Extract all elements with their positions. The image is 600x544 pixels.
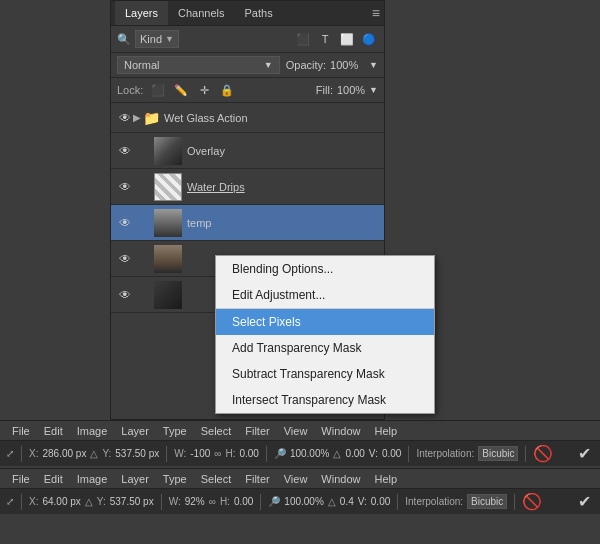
thumb-overlay [154,137,182,165]
panel-tabs: Layers Channels Paths ≡ [111,1,384,26]
menu-help-2[interactable]: Help [368,472,403,486]
confirm-btn-2[interactable]: ✔ [574,492,594,512]
h-label-2: H: [220,496,230,507]
y-value-2[interactable]: 537.50 px [110,496,154,507]
menu-view-1[interactable]: View [278,424,314,438]
angle-icon-1: △ [333,448,341,459]
angle-value-1[interactable]: 0.00 [345,448,364,459]
cancel-btn-2[interactable]: 🚫 [522,492,542,512]
shape-filter-icon[interactable]: 🔵 [360,30,378,48]
w-value-1[interactable]: -100 [190,448,210,459]
tab-channels[interactable]: Channels [168,1,234,25]
thumb-5 [154,245,182,273]
lock-transparent-icon[interactable]: ⬛ [149,81,167,99]
thumb-water-drips [154,173,182,201]
context-select-pixels[interactable]: Select Pixels [216,309,434,335]
type-filter-icon[interactable]: ⬜ [338,30,356,48]
angle-icon-2: △ [328,496,336,507]
tab-layers[interactable]: Layers [115,1,168,25]
thumb-6 [154,281,182,309]
context-subtract-transparency[interactable]: Subtract Transparency Mask [216,361,434,387]
menu-select-1[interactable]: Select [195,424,238,438]
x-label-2: X: [29,496,38,507]
context-edit-adjustment[interactable]: Edit Adjustment... [216,282,434,308]
lock-artboard-icon[interactable]: 🔒 [218,81,236,99]
layer-item-overlay[interactable]: 👁 Overlay [111,133,384,169]
menu-filter-1[interactable]: Filter [239,424,275,438]
menu-image-2[interactable]: Image [71,472,114,486]
x-value-2[interactable]: 64.00 px [42,496,80,507]
angle-value-2[interactable]: 0.4 [340,496,354,507]
lock-row: Lock: ⬛ ✏️ ✛ 🔒 Fill: 100% ▼ [111,78,384,103]
interp-label-2: Interpolation: [405,496,463,507]
fill-value[interactable]: 100% [337,84,365,96]
thumb-temp [154,209,182,237]
tool-icon-1: ⤢ [6,448,14,459]
layer-item-water-drips[interactable]: 👁 Water Drips [111,169,384,205]
v-value-2[interactable]: 0.00 [371,496,390,507]
w-label-1: W: [174,448,186,459]
interp-select-2[interactable]: Bicubic [467,494,507,509]
menu-filter-2[interactable]: Filter [239,472,275,486]
h-label-1: H: [225,448,235,459]
zoom-value-2[interactable]: 100.00% [284,496,323,507]
search-icons: ⬛ T ⬜ 🔵 [294,30,378,48]
w-label-2: W: [169,496,181,507]
menu-file-2[interactable]: File [6,472,36,486]
blend-row: Normal ▼ Opacity: 100% ▼ [111,53,384,78]
visibility-temp[interactable]: 👁 [117,215,133,231]
context-blending-options[interactable]: Blending Options... [216,256,434,282]
adjustment-filter-icon[interactable]: T [316,30,334,48]
tab-paths[interactable]: Paths [235,1,283,25]
pixel-filter-icon[interactable]: ⬛ [294,30,312,48]
layer-item-wet-glass[interactable]: 👁 ▶ 📁 Wet Glass Action [111,103,384,133]
y-value-1[interactable]: 537.50 px [115,448,159,459]
menu-layer-1[interactable]: Layer [115,424,155,438]
menu-help-1[interactable]: Help [368,424,403,438]
menu-type-2[interactable]: Type [157,472,193,486]
menu-type-1[interactable]: Type [157,424,193,438]
y-label-1: Y: [102,448,111,459]
visibility-5[interactable]: 👁 [117,251,133,267]
v-value-1[interactable]: 0.00 [382,448,401,459]
visibility-6[interactable]: 👁 [117,287,133,303]
w-value-2[interactable]: 92% [185,496,205,507]
menu-edit-1[interactable]: Edit [38,424,69,438]
inf-2: ∞ [209,496,216,507]
menu-image-1[interactable]: Image [71,424,114,438]
layer-item-temp[interactable]: 👁 temp [111,205,384,241]
lock-position-icon[interactable]: ✛ [195,81,213,99]
blend-mode-select[interactable]: Normal ▼ [117,56,280,74]
cancel-btn-1[interactable]: 🚫 [533,444,553,464]
confirm-btn-1[interactable]: ✔ [574,444,594,464]
menu-file-1[interactable]: File [6,424,36,438]
menu-view-2[interactable]: View [278,472,314,486]
interp-select-1[interactable]: Bicubic [478,446,518,461]
y-label-2: Y: [97,496,106,507]
visibility-water-drips[interactable]: 👁 [117,179,133,195]
zoom-value-1[interactable]: 100.00% [290,448,329,459]
tool-icon-2: ⤢ [6,496,14,507]
search-bar: 🔍 Kind ▼ ⬛ T ⬜ 🔵 [111,26,384,53]
menu-select-2[interactable]: Select [195,472,238,486]
x-value-1[interactable]: 286.00 px [42,448,86,459]
menu-edit-2[interactable]: Edit [38,472,69,486]
context-intersect-transparency[interactable]: Intersect Transparency Mask [216,387,434,413]
layer-name-overlay: Overlay [187,145,378,157]
visibility-overlay[interactable]: 👁 [117,143,133,159]
menu-window-2[interactable]: Window [315,472,366,486]
context-add-transparency[interactable]: Add Transparency Mask [216,335,434,361]
lock-image-icon[interactable]: ✏️ [172,81,190,99]
panel-menu-icon[interactable]: ≡ [372,5,380,21]
h-value-1[interactable]: 0.00 [239,448,258,459]
h-value-2[interactable]: 0.00 [234,496,253,507]
menu-window-1[interactable]: Window [315,424,366,438]
menu-layer-2[interactable]: Layer [115,472,155,486]
opacity-value[interactable]: 100% [330,59,365,71]
toolbar-2: ⤢ X: 64.00 px △ Y: 537.50 px W: 92% ∞ H:… [0,488,600,514]
lock-icons: ⬛ ✏️ ✛ 🔒 [149,81,236,99]
inf-1: ∞ [214,448,221,459]
layer-name-water-drips: Water Drips [187,181,378,193]
visibility-wet-glass[interactable]: 👁 [117,110,133,126]
kind-select[interactable]: Kind ▼ [135,30,179,48]
